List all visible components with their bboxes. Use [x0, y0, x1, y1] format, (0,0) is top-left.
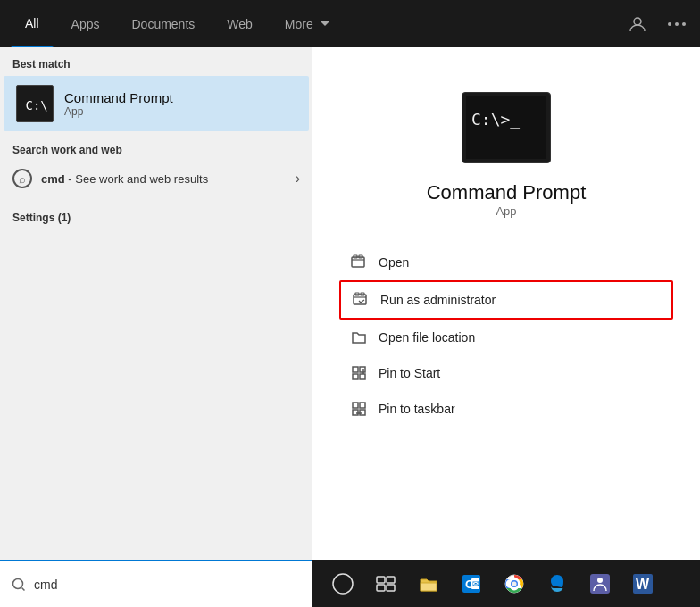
top-nav: All Apps Documents Web More	[0, 0, 700, 47]
action-list: Open Run as administrator	[312, 245, 700, 427]
pin-to-taskbar-label: Pin to taskbar	[379, 402, 455, 416]
svg-rect-28	[421, 583, 437, 591]
chevron-down-icon	[321, 21, 329, 26]
outlook-icon[interactable]: O ✉	[450, 560, 493, 607]
svg-point-36	[512, 581, 517, 586]
action-open[interactable]: Open	[339, 245, 673, 280]
ellipsis-icon[interactable]	[664, 19, 689, 29]
open-icon	[350, 254, 368, 271]
teams-icon[interactable]	[579, 560, 621, 607]
app-subtitle: App	[496, 204, 516, 218]
chrome-icon[interactable]	[493, 560, 536, 607]
best-match-item[interactable]: C:\ Command Prompt App	[4, 76, 309, 131]
svg-point-1	[668, 22, 671, 26]
taskbar: O ✉	[0, 560, 700, 607]
search-web-item[interactable]: ⌕ cmd - See work and web results ›	[12, 163, 300, 194]
tab-apps[interactable]: Apps	[57, 0, 114, 47]
svg-text:C:\: C:\	[26, 98, 48, 112]
cmd-icon: C:\	[16, 85, 54, 122]
left-panel: Best match C:\ Command Prompt App Search…	[0, 47, 312, 560]
svg-rect-19	[360, 403, 365, 408]
svg-rect-27	[387, 585, 395, 591]
svg-rect-8	[352, 257, 364, 267]
file-location-icon	[350, 328, 368, 346]
svg-rect-21	[360, 410, 365, 415]
svg-rect-20	[353, 410, 358, 415]
person-icon[interactable]	[625, 12, 650, 37]
tab-documents[interactable]: Documents	[117, 0, 209, 47]
right-panel: C:\>_ Command Prompt App Open	[312, 47, 700, 560]
search-web-text: cmd - See work and web results	[41, 172, 208, 186]
svg-rect-16	[353, 374, 358, 379]
action-open-file-location[interactable]: Open file location	[339, 320, 673, 355]
svg-point-38	[597, 578, 603, 583]
best-match-text: Command Prompt App	[64, 90, 173, 118]
action-pin-to-start[interactable]: Pin to Start	[339, 355, 673, 391]
svg-rect-25	[387, 577, 395, 583]
svg-rect-14	[353, 367, 358, 372]
tab-web[interactable]: Web	[212, 0, 267, 47]
svg-rect-26	[377, 585, 385, 591]
svg-point-2	[675, 22, 679, 26]
svg-point-23	[333, 574, 353, 594]
chevron-right-icon: ›	[296, 170, 300, 187]
svg-rect-11	[354, 295, 366, 304]
svg-text:W: W	[636, 577, 650, 592]
pin-taskbar-icon	[350, 400, 368, 418]
settings-section: Settings (1)	[0, 199, 312, 229]
app-title: Command Prompt	[427, 181, 587, 204]
search-web-section: Search work and web ⌕ cmd - See work and…	[0, 131, 312, 199]
word-icon[interactable]: W	[621, 560, 664, 607]
taskbar-search-input[interactable]	[34, 578, 302, 592]
svg-text:✉: ✉	[472, 579, 479, 588]
taskbar-search-icon	[11, 577, 27, 593]
file-explorer-icon[interactable]	[407, 560, 450, 607]
open-label: Open	[379, 255, 409, 270]
svg-point-3	[682, 22, 686, 26]
best-match-sub: App	[64, 105, 173, 118]
task-view-icon[interactable]	[364, 560, 407, 607]
svg-rect-15	[360, 367, 365, 372]
pin-to-start-label: Pin to Start	[379, 366, 440, 380]
open-file-location-label: Open file location	[379, 330, 475, 345]
search-icon: ⌕	[12, 169, 32, 188]
edge-icon[interactable]	[536, 560, 579, 607]
svg-rect-18	[353, 403, 358, 408]
best-match-label: Best match	[0, 47, 312, 76]
nav-right-icons	[625, 12, 689, 37]
tab-more[interactable]: More	[271, 0, 344, 47]
svg-point-0	[634, 18, 641, 25]
svg-point-22	[13, 578, 23, 588]
run-as-admin-icon	[352, 291, 370, 309]
settings-label: Settings (1)	[12, 212, 300, 224]
run-as-admin-label: Run as administrator	[380, 293, 496, 307]
svg-text:C:\>_: C:\>_	[471, 110, 520, 129]
best-match-name: Command Prompt	[64, 90, 173, 105]
search-web-label: Search work and web	[12, 144, 300, 156]
action-run-as-admin[interactable]: Run as administrator	[339, 280, 673, 320]
action-pin-to-taskbar[interactable]: Pin to taskbar	[339, 391, 673, 427]
app-icon-large: C:\>_	[462, 92, 551, 163]
windows-search-icon[interactable]	[321, 560, 364, 607]
taskbar-icons: O ✉	[312, 560, 664, 607]
tab-all[interactable]: All	[11, 0, 54, 47]
search-bar	[0, 560, 312, 607]
svg-rect-17	[360, 374, 365, 379]
pin-start-icon	[350, 364, 368, 382]
svg-rect-24	[377, 577, 385, 583]
